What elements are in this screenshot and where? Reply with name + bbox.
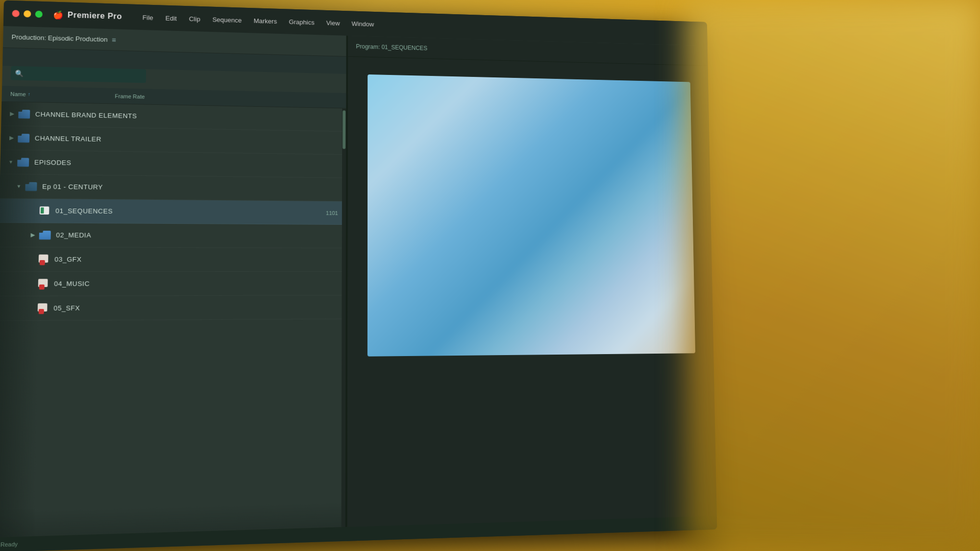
- lock-icon-gfx: 🔒: [40, 260, 45, 264]
- close-button[interactable]: [12, 10, 20, 17]
- status-text: Ready: [0, 541, 18, 548]
- traffic-lights: [12, 10, 43, 18]
- item-label-channel-trailer: CHANNEL TRAILER: [35, 135, 342, 147]
- expand-icon: ▶: [8, 110, 17, 117]
- menu-file[interactable]: File: [143, 14, 153, 22]
- menu-edit[interactable]: Edit: [166, 14, 177, 22]
- minimize-button[interactable]: [24, 10, 31, 18]
- menu-window[interactable]: Window: [351, 20, 374, 28]
- tree-item-ep01[interactable]: ▾ Ep 01 - CENTURY: [0, 174, 348, 202]
- column-framerate-header: Frame Rate: [115, 93, 145, 99]
- item-label-gfx: 03_GFX: [54, 256, 342, 264]
- folder-icon-media: [39, 230, 51, 240]
- tree-item-gfx[interactable]: 🔒 03_GFX: [0, 247, 348, 272]
- expand-icon-trailer: ▶: [7, 135, 16, 142]
- media-file-icon-gfx: 🔒: [39, 254, 49, 264]
- video-background: [368, 74, 695, 357]
- menu-graphics[interactable]: Graphics: [289, 18, 314, 26]
- tree-item-sequences[interactable]: 01_SEQUENCES 1101: [0, 198, 348, 225]
- search-icon: 🔍: [15, 70, 24, 77]
- menu-bar: File Edit Clip Sequence Markers Graphics…: [143, 14, 374, 28]
- maximize-button[interactable]: [35, 11, 43, 18]
- lock-icon-music: 🔒: [39, 284, 45, 289]
- menu-markers[interactable]: Markers: [254, 17, 277, 25]
- preview-title: Program: 01_SEQUENCES: [356, 43, 427, 51]
- media-file-icon-music: 🔒: [38, 279, 49, 289]
- perspective-wrapper: 🍎 Premiere Pro File Edit Clip Sequence M…: [0, 0, 980, 551]
- item-label-media: 02_MEDIA: [56, 231, 342, 240]
- production-title: Production: Episodic Production: [11, 33, 107, 43]
- sequence-icon: [40, 206, 50, 216]
- expand-icon-episodes: ▾: [7, 159, 16, 166]
- scrollbar-thumb[interactable]: [343, 110, 345, 149]
- expand-icon-media: ▶: [28, 232, 37, 239]
- folder-icon-ep01: [25, 182, 37, 191]
- video-preview: [368, 74, 695, 357]
- item-label-episodes: EPISODES: [34, 159, 342, 170]
- item-label-channel-brand: CHANNEL BRAND ELEMENTS: [35, 111, 343, 123]
- tree-item-sfx[interactable]: 🔒 05_SFX: [0, 295, 348, 321]
- tree-item-episodes[interactable]: ▾ EPISODES: [0, 150, 348, 178]
- search-bar[interactable]: 🔍: [11, 66, 146, 83]
- item-label-sfx: 05_SFX: [53, 303, 342, 312]
- apple-icon: 🍎: [53, 10, 64, 20]
- lock-icon-sfx: 🔒: [39, 309, 44, 313]
- preview-panel: Program: 01_SEQUENCES: [347, 36, 717, 541]
- tree-item-media[interactable]: ▶ 02_MEDIA: [0, 223, 348, 248]
- media-file-icon-sfx: 🔒: [38, 303, 49, 313]
- production-menu-icon[interactable]: ≡: [112, 36, 116, 44]
- item-label-sequences: 01_SEQUENCES: [55, 207, 326, 216]
- app-title: Premiere Pro: [68, 11, 122, 21]
- tree-item-music[interactable]: 🔒 04_MUSIC: [0, 272, 348, 296]
- monitor-screen: 🍎 Premiere Pro File Edit Clip Sequence M…: [0, 0, 717, 551]
- item-label-ep01: Ep 01 - CENTURY: [42, 183, 342, 193]
- folder-icon-channel-brand: [18, 109, 30, 119]
- project-tree: ▶ CHANNEL BRAND ELEMENTS ▶ CHANNEL TRAIL…: [0, 102, 348, 551]
- item-badge-sequences: 1101: [326, 210, 338, 216]
- menu-sequence[interactable]: Sequence: [212, 16, 242, 24]
- column-name-header: Name ↑: [10, 91, 115, 99]
- menu-view[interactable]: View: [326, 19, 340, 26]
- item-label-music: 04_MUSIC: [54, 280, 342, 287]
- folder-icon-channel-trailer: [18, 133, 29, 143]
- expand-icon-ep01: ▾: [15, 183, 24, 190]
- folder-icon-episodes: [17, 158, 29, 167]
- menu-clip[interactable]: Clip: [189, 15, 200, 23]
